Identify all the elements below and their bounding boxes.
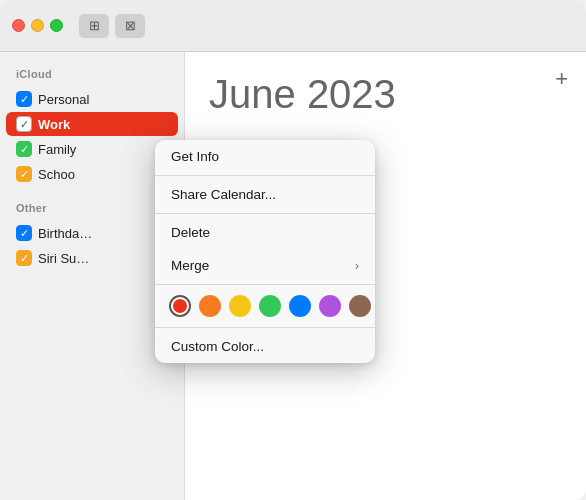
month-title: June 2023: [209, 72, 562, 116]
title-bar: ⊞ ⊠: [0, 0, 586, 52]
menu-divider-2: [155, 213, 375, 214]
sidebar-item-work[interactable]: ✓ Work: [6, 112, 178, 136]
siri-label: Siri Su…: [38, 251, 89, 266]
inbox-icon[interactable]: ⊠: [115, 14, 145, 38]
delete-menu-item[interactable]: Delete: [155, 216, 375, 249]
chevron-right-icon: ›: [355, 259, 359, 273]
family-label: Family: [38, 142, 76, 157]
sidebar-item-school[interactable]: ✓ Schoo: [6, 162, 178, 186]
custom-color-label: Custom Color...: [171, 339, 264, 354]
custom-color-menu-item[interactable]: Custom Color...: [155, 330, 375, 363]
color-swatch-blue[interactable]: [289, 295, 311, 317]
sidebar-item-siri[interactable]: ✓ Siri Su…: [6, 246, 178, 270]
year-number: 2023: [307, 72, 396, 116]
toolbar-icons: ⊞ ⊠: [79, 14, 145, 38]
maximize-button[interactable]: [50, 19, 63, 32]
sidebar-item-family[interactable]: ✓ Family: [6, 137, 178, 161]
get-info-menu-item[interactable]: Get Info: [155, 140, 375, 173]
calendar-grid-icon[interactable]: ⊞: [79, 14, 109, 38]
menu-divider-1: [155, 175, 375, 176]
merge-menu-item[interactable]: Merge ›: [155, 249, 375, 282]
traffic-lights: [12, 19, 63, 32]
app-window: ⊞ ⊠ iCloud ✓ Personal ✓ Work ✓ Family: [0, 0, 586, 500]
personal-checkbox[interactable]: ✓: [16, 91, 32, 107]
delete-label: Delete: [171, 225, 210, 240]
add-event-button[interactable]: +: [555, 66, 568, 92]
family-checkbox[interactable]: ✓: [16, 141, 32, 157]
birthdays-checkbox[interactable]: ✓: [16, 225, 32, 241]
share-calendar-label: Share Calendar...: [171, 187, 276, 202]
color-swatch-yellow[interactable]: [229, 295, 251, 317]
month-name: June: [209, 72, 296, 116]
merge-label: Merge: [171, 258, 209, 273]
sidebar-item-personal[interactable]: ✓ Personal: [6, 87, 178, 111]
birthdays-label: Birthda…: [38, 226, 92, 241]
share-calendar-menu-item[interactable]: Share Calendar...: [155, 178, 375, 211]
color-swatches-container: [155, 287, 375, 325]
get-info-label: Get Info: [171, 149, 219, 164]
school-checkbox[interactable]: ✓: [16, 166, 32, 182]
work-label: Work: [38, 117, 70, 132]
icloud-section-label: iCloud: [0, 64, 184, 86]
siri-checkbox[interactable]: ✓: [16, 250, 32, 266]
context-menu: Get Info Share Calendar... Delete Merge …: [155, 140, 375, 363]
color-swatch-green[interactable]: [259, 295, 281, 317]
close-button[interactable]: [12, 19, 25, 32]
color-swatch-purple[interactable]: [319, 295, 341, 317]
menu-divider-3: [155, 284, 375, 285]
menu-divider-4: [155, 327, 375, 328]
work-checkbox[interactable]: ✓: [16, 116, 32, 132]
school-label: Schoo: [38, 167, 75, 182]
sidebar-item-birthdays[interactable]: ✓ Birthda…: [6, 221, 178, 245]
color-swatch-orange[interactable]: [199, 295, 221, 317]
color-swatch-red[interactable]: [169, 295, 191, 317]
color-swatch-brown[interactable]: [349, 295, 371, 317]
minimize-button[interactable]: [31, 19, 44, 32]
personal-label: Personal: [38, 92, 89, 107]
